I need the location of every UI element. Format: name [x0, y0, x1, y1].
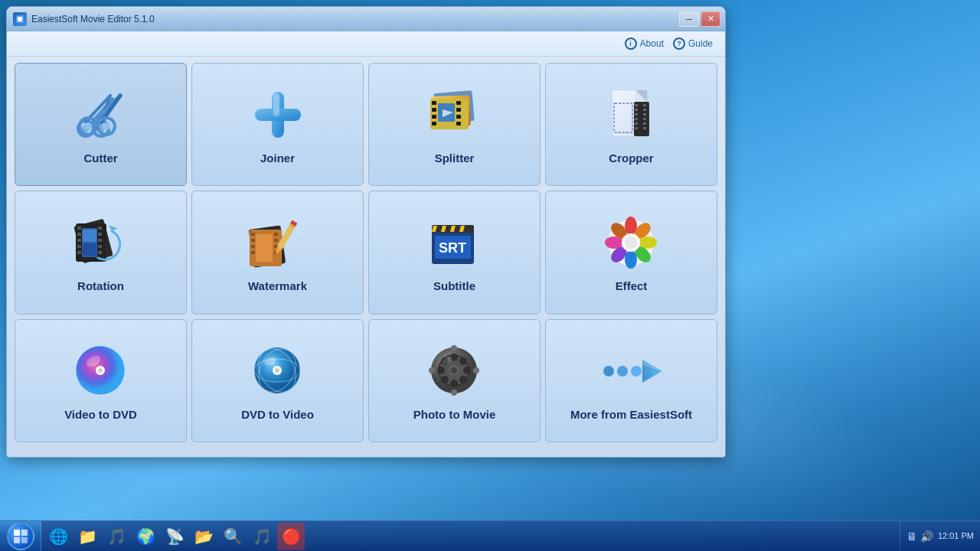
svg-point-130	[603, 366, 614, 377]
svg-point-11	[84, 122, 92, 130]
cropper-button[interactable]: Cropper	[545, 63, 717, 186]
svg-rect-43	[643, 109, 646, 111]
cutter-label: Cutter	[83, 152, 117, 165]
svg-rect-42	[643, 104, 646, 106]
system-clock[interactable]: 12:01 PM	[938, 530, 974, 541]
svg-rect-24	[456, 101, 461, 105]
svg-rect-53	[77, 239, 81, 242]
svg-rect-55	[77, 251, 81, 254]
tray-network[interactable]: 🖥	[906, 530, 917, 543]
effect-label: Effect	[616, 279, 648, 292]
svg-point-111	[275, 368, 279, 373]
svg-rect-71	[274, 233, 278, 236]
subtitle-button[interactable]: SRT Subtitle	[368, 191, 541, 314]
video-dvd-icon	[70, 341, 132, 402]
svg-rect-21	[432, 108, 436, 112]
tools-grid: Cutter Joiner	[7, 57, 725, 448]
watermark-button[interactable]: Watermark	[191, 191, 364, 314]
about-icon: i	[625, 37, 637, 50]
svg-rect-36	[635, 104, 638, 106]
svg-point-127	[429, 367, 435, 373]
taskbar-icon-6[interactable]: 🔴	[277, 523, 305, 550]
svg-point-120	[459, 357, 467, 365]
svg-point-124	[451, 367, 457, 373]
svg-rect-20	[432, 101, 436, 105]
svg-rect-23	[432, 122, 436, 126]
title-bar-controls: ─ ✕	[679, 11, 720, 27]
svg-rect-69	[251, 245, 255, 248]
taskbar-system-tray: 🖥 🔊 12:01 PM	[900, 521, 980, 551]
svg-rect-38	[635, 113, 638, 116]
svg-rect-60	[98, 251, 102, 254]
start-orb	[7, 523, 34, 550]
svg-rect-58	[98, 239, 102, 242]
taskbar-icon-ie[interactable]: 🌐	[44, 523, 72, 550]
effect-icon	[601, 212, 662, 273]
svg-point-122	[459, 376, 467, 383]
taskbar-icon-5[interactable]: 🎵	[248, 523, 276, 550]
svg-rect-70	[251, 251, 255, 254]
minimize-button[interactable]: ─	[679, 11, 699, 27]
svg-rect-62	[83, 230, 96, 242]
svg-rect-26	[456, 115, 461, 119]
svg-text:SRT: SRT	[439, 240, 466, 256]
taskbar-icon-folder[interactable]: 📁	[74, 523, 101, 550]
svg-rect-56	[98, 227, 102, 230]
more-button[interactable]: More from EasiestSoft	[545, 319, 717, 442]
cutter-button[interactable]: Cutter	[15, 63, 187, 186]
guide-icon: ?	[673, 37, 685, 50]
svg-rect-54	[77, 245, 81, 248]
photo-movie-icon	[424, 341, 485, 402]
video-dvd-label: Video to DVD	[64, 408, 137, 421]
close-button[interactable]: ✕	[701, 11, 720, 27]
svg-rect-37	[635, 109, 638, 111]
joiner-button[interactable]: Joiner	[191, 63, 364, 186]
watermark-icon	[247, 212, 309, 273]
more-icon	[601, 341, 662, 402]
guide-menu-item[interactable]: ? Guide	[673, 37, 713, 50]
svg-rect-75	[256, 234, 273, 262]
window-title: EasiestSoft Movie Editor 5.1.0	[31, 14, 155, 24]
cropper-icon	[601, 84, 662, 145]
subtitle-icon: SRT	[424, 212, 485, 273]
guide-label: Guide	[688, 38, 713, 49]
svg-rect-136	[21, 530, 28, 536]
more-label: More from EasiestSoft	[570, 408, 692, 421]
taskbar-icon-3[interactable]: 📂	[190, 523, 217, 550]
svg-rect-39	[635, 118, 638, 120]
about-menu-item[interactable]: i About	[625, 37, 664, 50]
splitter-button[interactable]: Splitter	[368, 63, 541, 186]
svg-rect-63	[83, 243, 96, 256]
dvd-video-button[interactable]: DVD to Video	[191, 319, 364, 442]
watermark-label: Watermark	[248, 279, 307, 292]
taskbar-icon-4[interactable]: 🔍	[219, 523, 247, 550]
subtitle-label: Subtitle	[433, 279, 475, 292]
rotation-button[interactable]: Rotation	[15, 191, 187, 314]
svg-rect-41	[635, 127, 638, 129]
tray-volume[interactable]: 🔊	[920, 530, 933, 543]
svg-rect-45	[643, 118, 646, 120]
dvd-video-label: DVD to Video	[241, 408, 314, 421]
effect-button[interactable]: Effect	[545, 191, 717, 314]
start-button[interactable]	[0, 521, 41, 552]
about-label: About	[640, 38, 664, 49]
video-dvd-button[interactable]: Video to DVD	[15, 319, 187, 442]
app-icon	[13, 12, 27, 26]
taskbar-icon-media[interactable]: 🎵	[103, 523, 130, 550]
taskbar-icon-1[interactable]: 🌍	[132, 523, 159, 550]
rotation-icon	[70, 212, 132, 273]
svg-rect-59	[98, 245, 102, 248]
svg-rect-25	[456, 108, 461, 112]
svg-rect-57	[98, 233, 102, 236]
joiner-icon	[247, 84, 309, 145]
svg-rect-135	[14, 530, 20, 536]
svg-rect-46	[643, 122, 646, 125]
photo-movie-button[interactable]: Photo to Movie	[368, 319, 541, 442]
svg-rect-68	[251, 239, 255, 242]
svg-rect-52	[77, 233, 81, 236]
taskbar: 🌐 📁 🎵 🌍 📡 📂 🔍 🎵 🔴 🖥 🔊 12:01 PM	[0, 520, 980, 551]
svg-rect-27	[456, 122, 461, 126]
svg-rect-22	[432, 115, 436, 119]
taskbar-icon-2[interactable]: 📡	[161, 523, 188, 550]
svg-point-132	[631, 366, 642, 377]
